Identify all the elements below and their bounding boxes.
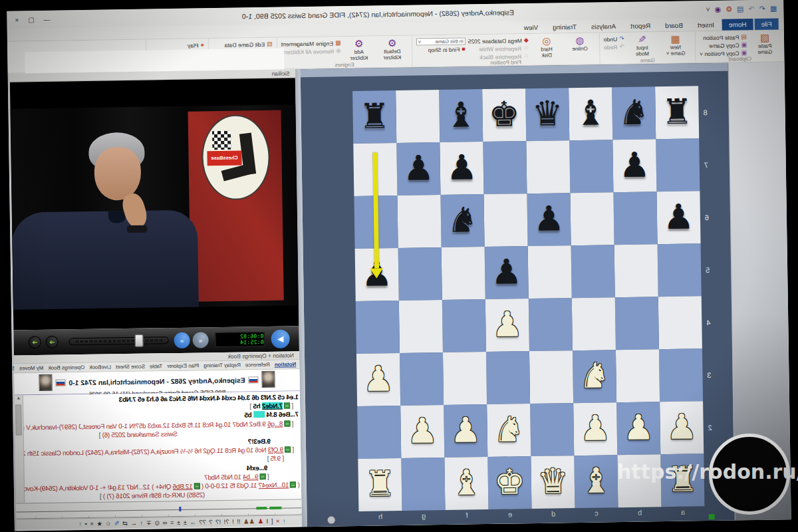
square-b3[interactable] [616,349,660,402]
ribbon-tab-home[interactable]: Home [722,19,753,31]
square-c6[interactable] [570,192,614,245]
annotation-symbol-button[interactable]: ☆ [105,520,111,527]
notation-tab-reference[interactable]: Reference [245,362,270,368]
mega-database-2025-button[interactable]: ◆Mega Database 2025 [468,37,529,45]
square-a3[interactable] [659,348,703,402]
move-text[interactable]: 10.Nd5 Nbd7 [204,473,243,481]
square-g4[interactable] [399,300,443,353]
collapse-variation-icon[interactable]: – [290,481,296,487]
move-text[interactable]: 9.Qf3 [268,446,283,454]
dropdown-icon[interactable]: ˅ [706,6,710,13]
ribbon-tab-analysis[interactable]: Analysis [585,21,622,33]
square-h4[interactable] [356,301,400,354]
flip-board-button[interactable] [327,515,336,524]
repertoire-white-button[interactable]: ♘Repertoire White [468,45,529,53]
collapse-variation-icon[interactable]: – [194,483,200,489]
square-b5[interactable] [614,244,658,297]
annotation-symbol-button[interactable]: ∓ [146,519,152,526]
annotation-symbol-button[interactable]: ♟ [257,518,263,525]
move-text[interactable]: h5 [253,402,263,410]
square-b4[interactable] [615,297,659,350]
collapse-variation-icon[interactable]: – [284,420,290,426]
maximize-button[interactable]: ▢ [28,16,35,23]
remove-all-kibitzers-button[interactable]: ⊗Remove All Kibitzers [281,47,341,55]
input-mode-button[interactable]: ✎Input Mode [627,33,658,57]
default-kibitzer-button[interactable]: ⚙Default Kibitzer [377,37,408,61]
move-text[interactable]: 9...b4 [243,473,258,480]
move-text[interactable]: 9...exf4 [247,464,268,471]
new-game--button[interactable]: ▦New Game ˅ [660,33,692,57]
square-g1[interactable] [401,458,445,511]
play-button[interactable]: ▶ [271,329,289,348]
annotation-symbol-button[interactable]: [ [271,517,273,524]
online-button[interactable]: ◍Online [565,35,595,53]
annotation-symbol-button[interactable]: → [190,519,196,525]
annotation-symbol-button[interactable]: ← [130,519,137,526]
square-a5[interactable] [658,243,702,297]
move-text[interactable]: 8...g6 [267,420,283,427]
annotation-symbol-button[interactable]: ↑ [78,521,82,527]
ribbon-tab-training[interactable]: Training [546,21,583,33]
loop-back-button[interactable]: ➔ [46,336,59,348]
notation-tab-my-moves[interactable]: My Moves [19,365,44,372]
annotation-symbol-button[interactable]: ♟♟ [243,518,255,525]
notation-tab-replay-training[interactable]: Replay Training [203,362,241,369]
move-text[interactable]: 9.Be3!? [248,438,271,446]
rewind-button[interactable]: « [192,332,208,348]
annotation-symbol-button[interactable]: ?? [199,519,206,525]
square-d7[interactable] [526,140,570,194]
copy-game-button[interactable]: ▣Copy Game [700,41,747,49]
annotation-symbol-button[interactable]: ↑ [140,519,143,526]
annotation-symbol-button[interactable]: !! [237,518,240,525]
print-icon[interactable]: ▤ [737,5,744,13]
square-g3[interactable] [400,352,444,406]
square-h2[interactable] [357,406,401,459]
square-c7[interactable] [569,140,613,193]
move-text[interactable]: 9.f5 [271,455,281,462]
move-text[interactable]: Swiss Samarkand 2025 (6) [102,430,178,439]
ribbon-tab-view[interactable]: View [517,22,545,34]
notation-tab-surveys[interactable]: Surveys [7,366,15,372]
notation-tab-notation[interactable]: Notation [275,361,297,367]
video-player[interactable]: ChessBase [10,78,299,330]
annotation-symbol-button[interactable]: × [276,517,280,524]
square-d4[interactable] [529,298,573,351]
annotation-symbol-button[interactable]: ↑ [283,517,286,524]
square-d5[interactable] [528,245,572,299]
square-f3[interactable] [443,352,487,405]
notation-scrollbar[interactable]: ▲ [15,395,25,503]
scrollbar-thumb[interactable] [15,404,22,435]
ribbon-tab-report[interactable]: Report [624,20,657,32]
annotation-symbol-button[interactable]: ✎ [114,520,119,527]
notation-tab-livebook[interactable]: LiveBook [89,364,111,370]
square-c4[interactable] [572,297,616,350]
square-f5[interactable] [442,247,485,300]
square-d2[interactable] [530,403,574,456]
move-text[interactable]: 7.Nde2 [262,402,283,410]
edit-game-data-button[interactable]: ▤Edit Game Data [213,41,273,49]
ribbon-tab-insert[interactable]: Insert [691,19,721,31]
square-e3[interactable] [486,351,530,404]
loop-forward-button[interactable]: ➔ [29,336,41,348]
undo-icon[interactable]: ↶ [759,5,765,12]
hard-disk-button[interactable]: ◎Hard Disk [531,35,563,59]
close-button[interactable]: × [15,16,19,23]
seek-slider-handle[interactable] [134,334,143,347]
add-kibitzer-button[interactable]: ⚙Add Kibitzer [344,38,375,62]
annotation-symbol-button[interactable]: ± [184,519,187,525]
find-in-shop-button[interactable]: ■Find in Shop [416,45,466,53]
notation-tab-table[interactable]: Table [150,363,162,369]
ribbon-tab-board[interactable]: Board [658,19,690,31]
square-e6[interactable] [483,194,527,247]
help-icon[interactable]: ◉ [715,5,722,13]
square-a7[interactable] [656,138,700,192]
square-d3[interactable] [529,350,573,404]
move-text[interactable]: 7...Be6 8.f4 [265,411,299,419]
square-b6[interactable] [613,192,657,245]
notation-tab-score-sheet[interactable]: Score Sheet [116,364,145,370]
annotation-symbol-button[interactable]: !? [215,519,221,525]
ribbon-tab-file[interactable]: File [754,18,778,30]
annotation-symbol-button[interactable]: ± [177,519,180,525]
move-text[interactable]: 10...Nxe4? [259,481,289,489]
collapse-variation-icon[interactable]: – [260,473,266,479]
